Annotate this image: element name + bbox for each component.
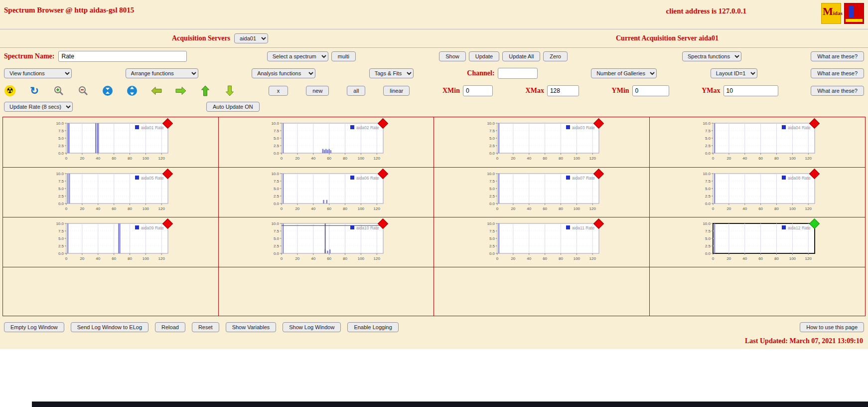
svg-text:5.0: 5.0 [58, 136, 64, 141]
arrow-down-icon[interactable] [224, 85, 236, 97]
spectrum-chart[interactable]: 0204060801001200.02.55.07.510.0aida12 Ra… [696, 220, 819, 264]
svg-text:100: 100 [789, 206, 796, 211]
xmax-input[interactable] [547, 85, 579, 96]
spectrum-chart[interactable]: 0204060801001200.02.55.07.510.0aida05 Ra… [49, 171, 172, 214]
spectrum-plot[interactable]: 0204060801001200.02.55.07.510.0aida08 Ra… [696, 171, 819, 214]
all-button[interactable]: all [347, 86, 365, 96]
zoom-in-icon[interactable] [53, 85, 65, 97]
gallery-cell[interactable]: 0204060801001200.02.55.07.510.0aida06 Ra… [219, 168, 434, 217]
spectrum-chart[interactable]: 0204060801001200.02.55.07.510.0aida01 Ra… [49, 120, 172, 164]
expand-vertical-icon[interactable] [126, 85, 138, 97]
spectrum-chart[interactable]: 0204060801001200.02.55.07.510.0aida04 Ra… [696, 120, 819, 164]
auto-update-button[interactable]: Auto Update ON [206, 102, 260, 112]
gallery-cell-empty[interactable] [650, 267, 866, 316]
radiation-icon[interactable]: ☢ [4, 85, 16, 97]
spectrum-plot[interactable]: 0204060801001200.02.55.07.510.0aida07 Ra… [480, 171, 603, 214]
svg-text:40: 40 [96, 156, 100, 161]
gallery-cell[interactable]: 0204060801001200.02.55.07.510.0aida05 Ra… [3, 168, 219, 217]
spectrum-chart[interactable]: 0204060801001200.02.55.07.510.0aida03 Ra… [480, 120, 603, 164]
select-spectrum-dropdown[interactable]: Select a spectrum [267, 51, 328, 61]
spectrum-plot[interactable]: 0204060801001200.02.55.07.510.0aida01 Ra… [49, 120, 172, 164]
acquisition-server-select[interactable]: aida01 [234, 33, 268, 43]
x-button[interactable]: x [269, 86, 289, 96]
arrange-functions-dropdown[interactable]: Arrange functions [126, 68, 198, 78]
spectrum-chart[interactable]: 0204060801001200.02.55.07.510.0aida11 Ra… [480, 220, 603, 264]
multi-button[interactable]: multi [331, 51, 356, 61]
footer-button-send-log-window-to-elog[interactable]: Send Log Window to ELog [71, 322, 148, 332]
arrow-right-icon[interactable] [175, 85, 187, 97]
arrow-left-icon[interactable] [150, 85, 162, 97]
gallery-cell[interactable]: 0204060801001200.02.55.07.510.0aida12 Ra… [650, 217, 866, 267]
view-functions-dropdown[interactable]: View functions [4, 68, 72, 78]
svg-text:5.0: 5.0 [58, 187, 64, 191]
footer-button-empty-log-window[interactable]: Empty Log Window [4, 322, 64, 332]
update-all-button[interactable]: Update All [502, 51, 540, 61]
spectrum-chart[interactable]: 0204060801001200.02.55.07.510.0aida06 Ra… [265, 171, 387, 214]
footer-button-reset[interactable]: Reset [192, 322, 219, 332]
gallery-cell[interactable]: 0204060801001200.02.55.07.510.0aida02 Ra… [219, 117, 434, 168]
spectrum-chart[interactable]: 0204060801001200.02.55.07.510.0aida10 Ra… [265, 220, 387, 264]
footer-button-show-variables[interactable]: Show Variables [226, 322, 277, 332]
new-button[interactable]: new [306, 86, 329, 96]
update-rate-dropdown[interactable]: Update Rate (8 secs) [4, 102, 73, 112]
footer-button-enable-logging[interactable]: Enable Logging [347, 322, 398, 332]
footer-button-show-log-window[interactable]: Show Log Window [283, 322, 341, 332]
what-are-these-button-2[interactable]: What are these? [811, 68, 864, 78]
layout-id-dropdown[interactable]: Layout ID=1 [711, 68, 757, 78]
spectrum-plot[interactable]: 0204060801001200.02.55.07.510.0aida03 Ra… [480, 120, 603, 164]
compress-vertical-icon[interactable] [102, 85, 114, 97]
spectrum-plot[interactable]: 0204060801001200.02.55.07.510.0aida09 Ra… [49, 220, 172, 264]
ymax-input[interactable] [723, 85, 778, 96]
svg-text:10.0: 10.0 [56, 172, 64, 176]
svg-text:80: 80 [128, 256, 132, 261]
spectrum-plot[interactable]: 0204060801001200.02.55.07.510.0aida05 Ra… [49, 171, 172, 214]
linear-button[interactable]: linear [383, 86, 410, 96]
svg-text:0.0: 0.0 [58, 202, 64, 206]
how-to-use-button[interactable]: How to use this page [800, 322, 864, 332]
spectrum-plot[interactable]: 0204060801001200.02.55.07.510.0aida11 Ra… [480, 220, 603, 264]
svg-text:80: 80 [343, 156, 347, 161]
gallery-cell[interactable]: 0204060801001200.02.55.07.510.0aida01 Ra… [3, 117, 219, 168]
gallery-cell[interactable]: 0204060801001200.02.55.07.510.0aida11 Ra… [434, 217, 650, 267]
gallery-cell[interactable]: 0204060801001200.02.55.07.510.0aida09 Ra… [3, 217, 219, 267]
gallery-cell[interactable]: 0204060801001200.02.55.07.510.0aida08 Ra… [650, 168, 866, 217]
spectrum-chart[interactable]: 0204060801001200.02.55.07.510.0aida08 Ra… [696, 171, 819, 214]
spectrum-chart[interactable]: 0204060801001200.02.55.07.510.0aida09 Ra… [49, 220, 172, 264]
spectrum-plot[interactable]: 0204060801001200.02.55.07.510.0aida02 Ra… [265, 120, 387, 164]
gallery-cell[interactable]: 0204060801001200.02.55.07.510.0aida03 Ra… [434, 117, 650, 168]
spectrum-chart[interactable]: 0204060801001200.02.55.07.510.0aida07 Ra… [480, 171, 603, 214]
spectrum-plot[interactable]: 0204060801001200.02.55.07.510.0aida04 Ra… [696, 120, 819, 164]
show-button[interactable]: Show [439, 51, 466, 61]
gallery-cell[interactable]: 0204060801001200.02.55.07.510.0aida07 Ra… [434, 168, 650, 217]
refresh-icon[interactable]: ↻ [28, 85, 40, 97]
gallery-cell-empty[interactable] [219, 267, 434, 316]
what-are-these-button-1[interactable]: What are these? [811, 51, 864, 61]
what-are-these-button-3[interactable]: What are these? [811, 86, 864, 96]
channel-input[interactable] [498, 68, 538, 79]
number-of-galleries-dropdown[interactable]: Number of Galleries [591, 68, 657, 78]
gallery-cell[interactable]: 0204060801001200.02.55.07.510.0aida10 Ra… [219, 217, 434, 267]
spectrum-chart[interactable]: 0204060801001200.02.55.07.510.0aida02 Ra… [265, 120, 387, 164]
xmin-input[interactable] [463, 85, 493, 96]
footer-button-reload[interactable]: Reload [155, 322, 185, 332]
spectrum-plot[interactable]: 0204060801001200.02.55.07.510.0aida12 Ra… [696, 220, 819, 264]
gallery-cell-empty[interactable] [434, 267, 650, 316]
functions-row: View functions Arrange functions Analysi… [0, 65, 868, 82]
svg-text:20: 20 [511, 256, 515, 261]
arrow-up-icon[interactable] [199, 85, 211, 97]
spectrum-plot[interactable]: 0204060801001200.02.55.07.510.0aida10 Ra… [265, 220, 387, 264]
update-button[interactable]: Update [469, 51, 499, 61]
zoom-out-icon[interactable] [77, 85, 89, 97]
spectra-functions-dropdown[interactable]: Spectra functions [682, 51, 741, 61]
zero-button[interactable]: Zero [543, 51, 568, 61]
svg-text:0: 0 [712, 156, 715, 161]
spectrum-plot[interactable]: 0204060801001200.02.55.07.510.0aida06 Ra… [265, 171, 387, 214]
gallery-cell[interactable]: 0204060801001200.02.55.07.510.0aida04 Ra… [650, 117, 866, 168]
svg-text:40: 40 [527, 256, 531, 261]
ymin-input[interactable] [632, 85, 669, 96]
spectrum-row: Spectrum Name: Select a spectrum multi S… [0, 48, 868, 65]
spectrum-name-input[interactable] [58, 51, 187, 62]
tags-fits-dropdown[interactable]: Tags & Fits [369, 68, 414, 78]
analysis-functions-dropdown[interactable]: Analysis functions [252, 68, 315, 78]
gallery-cell-empty[interactable] [3, 267, 219, 316]
